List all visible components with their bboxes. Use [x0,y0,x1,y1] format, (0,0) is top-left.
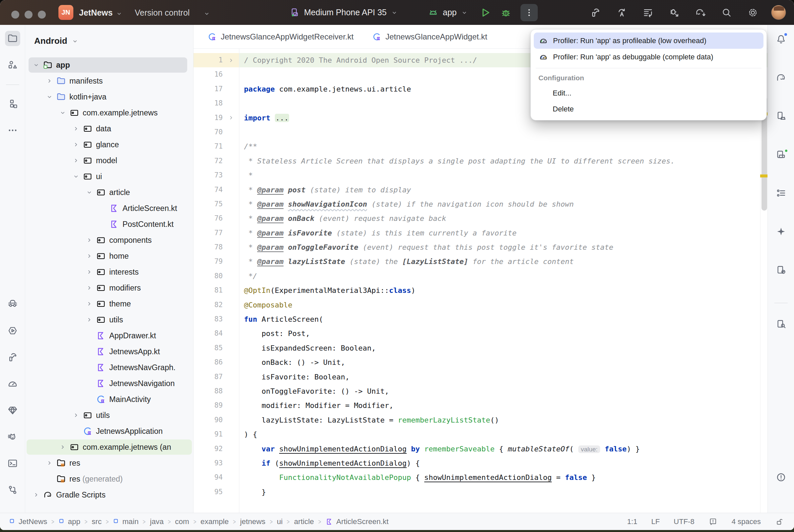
code-line[interactable]: 95 } [193,485,768,499]
tree-item-home[interactable]: home [25,248,193,264]
vcs-menu[interactable]: Version control [135,8,189,18]
code-line[interactable]: 89 modifier: Modifier = Modifier, [193,398,768,413]
search-everywhere-icon[interactable] [719,5,734,20]
inspections-icon[interactable] [708,517,718,526]
tree-item-glance[interactable]: glance [25,137,193,153]
more-run-options-button[interactable] [520,4,538,21]
breadcrumb-item[interactable]: jetnews [240,517,265,526]
code-line[interactable]: 86 onBack: () -> Unit, [193,355,768,369]
code-line[interactable]: 76 * @param onBack (event) request navig… [193,211,768,226]
tree-item-com-example-jetnews[interactable]: com.example.jetnews [25,105,193,121]
tree-item-article[interactable]: article [25,185,193,200]
app-inspection-icon[interactable] [5,403,20,418]
tree-item-res[interactable]: res (generated) [25,471,193,487]
code-line[interactable]: 92 var showUnimplementedActionDialog by … [193,442,768,456]
breadcrumb-item[interactable]: com [175,517,189,526]
tree-item-ui[interactable]: ui [25,169,193,185]
tree-chevron[interactable] [70,141,82,148]
resource-manager-icon[interactable] [5,57,20,73]
device-explorer-icon[interactable] [773,317,789,332]
gradle-sync-icon[interactable] [693,5,708,20]
close-window-icon[interactable] [11,11,19,19]
tree-chevron[interactable] [83,301,96,307]
build-tool-icon[interactable] [5,349,20,365]
tree-chevron[interactable] [30,492,42,498]
app-quality-insights-icon[interactable] [5,297,20,312]
logcat-icon[interactable] [5,429,20,444]
code-line[interactable]: 83 fun ArticleScreen( [193,312,768,326]
project-name[interactable]: JetNews [79,8,112,18]
tree-chevron[interactable] [83,269,96,275]
status-lf[interactable]: LF [651,517,660,526]
code-line[interactable]: 94 FunctionalityNotAvailablePopup { show… [193,470,768,484]
tree-chevron[interactable] [56,444,69,451]
code-line[interactable]: 79 * @param lazyListState (state) the [L… [193,254,768,269]
maximize-window-icon[interactable] [38,11,46,19]
breadcrumb-item[interactable]: java [150,517,164,526]
code-line[interactable]: 81 @OptIn(ExperimentalMaterial3Api::clas… [193,283,768,298]
editor-tab-0[interactable]: JetnewsGlanceAppWidgetReceiver.kt [198,25,363,49]
tree-chevron[interactable] [83,253,96,259]
more-tools-icon[interactable] [5,123,20,138]
code-line[interactable]: 75 * @param showNavigationIcon (state) i… [193,197,768,211]
code-line[interactable]: 87 isFavorite: Boolean, [193,370,768,384]
breadcrumb-item[interactable]: ArticleScreen.kt [325,517,389,526]
tree-item-utils[interactable]: utils [25,312,193,328]
fold-arrow-icon[interactable] [228,57,234,63]
breadcrumb-item[interactable]: ui [277,517,283,526]
popup-item[interactable]: Profiler: Run 'app' as debuggable (compl… [534,49,763,65]
tree-item-articlescreen-kt[interactable]: ArticleScreen.kt [25,200,193,216]
run-configuration-selector[interactable]: app [427,0,468,25]
status-1-1[interactable]: 1:1 [627,517,637,526]
tree-chevron[interactable] [83,285,96,291]
tree-item-model[interactable]: model [25,153,193,169]
tree-item-app[interactable]: app [25,57,193,73]
code-line[interactable]: 90 lazyListState: LazyListState = rememb… [193,413,768,427]
build-variants-icon[interactable] [773,185,789,201]
tree-chevron[interactable] [83,237,96,244]
status-utf-8[interactable]: UTF-8 [674,517,695,526]
attach-debugger-icon[interactable] [667,5,682,20]
code-line[interactable]: 91 ) { [193,427,768,441]
profiler-tool-icon[interactable] [5,376,20,392]
tree-item-com-example-jetnews-an[interactable]: com.example.jetnews (an [25,439,193,455]
breadcrumb-item[interactable]: src [92,517,101,526]
code-line[interactable]: 72 * Stateless Article Screen that displ… [193,154,768,168]
code-line[interactable]: 84 post: Post, [193,326,768,341]
gradle-icon[interactable] [773,70,789,85]
user-avatar[interactable] [771,5,786,20]
tree-item-data[interactable]: data [25,121,193,137]
device-mirror-icon[interactable] [773,262,789,278]
tree-item-res[interactable]: res [25,455,193,471]
tree-chevron[interactable] [83,317,96,323]
breadcrumb-item[interactable]: article [294,517,314,526]
code-line[interactable]: 78 * @param onToggleFavorite (event) req… [193,240,768,254]
terminal-icon[interactable] [5,456,20,471]
device-manager-icon[interactable] [773,109,789,124]
code-line[interactable]: 82 @Composable [193,298,768,312]
code-line[interactable]: 80 */ [193,269,768,283]
code-line[interactable]: 77 * @param isFavorite (state) is this i… [193,226,768,240]
breadcrumb-item[interactable]: app [59,517,81,526]
gemini-icon[interactable] [773,224,789,239]
run-button[interactable] [479,7,491,19]
settings-icon[interactable] [745,5,760,20]
notifications-icon[interactable] [773,32,789,47]
popup-action-edit-[interactable]: Edit... [534,85,763,101]
code-line[interactable]: 71 /** [193,139,768,154]
tree-item-interests[interactable]: interests [25,264,193,280]
device-selector[interactable]: Medium Phone API 35 [290,0,398,25]
fold-arrow-icon[interactable] [228,115,234,121]
code-line[interactable]: 85 isExpandedScreen: Boolean, [193,341,768,355]
window-controls[interactable] [11,11,46,19]
tree-item-kotlin-java[interactable]: kotlin+java [25,89,193,105]
tree-chevron[interactable] [43,94,56,100]
tree-chevron[interactable] [83,189,96,196]
build-icon[interactable] [588,5,603,20]
tree-chevron[interactable] [70,126,82,132]
project-logo[interactable]: JN [58,5,73,20]
tree-item-jetnewsnavgraph-[interactable]: JetnewsNavGraph. [25,360,193,376]
minimize-window-icon[interactable] [24,11,33,19]
editor-tab-1[interactable]: JetnewsGlanceAppWidget.kt [363,25,497,49]
breadcrumb-item[interactable]: main [113,517,139,526]
